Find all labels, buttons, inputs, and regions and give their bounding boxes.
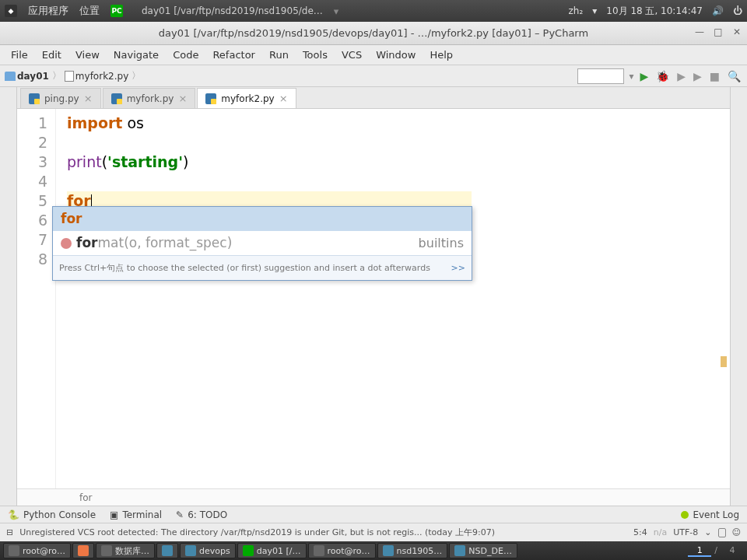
function-icon (61, 238, 72, 249)
firefox-icon (78, 545, 89, 556)
tab-ping[interactable]: ping.py × (20, 88, 101, 108)
volume-icon[interactable]: 🔊 (712, 5, 724, 16)
close-icon[interactable]: × (279, 93, 288, 104)
completion-item-for[interactable]: for (53, 207, 472, 231)
status-bar: ⊟ Unregistered VCS root detected: The di… (0, 523, 747, 541)
task-terminal2[interactable]: root@ro… (308, 543, 376, 558)
pycharm-icon (243, 545, 254, 556)
tab-label: ping.py (44, 93, 79, 104)
hector-icon[interactable]: ☺ (732, 527, 741, 537)
code-editor[interactable]: 1 2 3 4 5 6 7 8 import os print('startin… (17, 109, 730, 488)
menu-window[interactable]: Window (370, 47, 422, 63)
files-icon (185, 545, 196, 556)
close-icon[interactable]: × (84, 93, 93, 104)
code-area[interactable]: import os print('starting') for for form… (56, 109, 730, 488)
activities-icon[interactable]: ◆ (5, 5, 17, 17)
python-file-icon (111, 93, 122, 104)
search-everywhere-icon[interactable]: 🔍 (726, 70, 742, 82)
menu-applications[interactable]: 应用程序 (28, 4, 68, 18)
close-icon[interactable]: × (178, 93, 187, 104)
menu-vcs[interactable]: VCS (335, 47, 368, 63)
menu-code[interactable]: Code (167, 47, 205, 63)
tab-myfork[interactable]: myfork.py × (103, 88, 196, 108)
tool-window-bar: 🐍 Python Console ▣ Terminal ✎ 6: TODO Ev… (0, 506, 747, 523)
tool-terminal[interactable]: ▣ Terminal (110, 509, 162, 520)
task-devops[interactable]: devops (180, 543, 236, 558)
terminal-icon (9, 545, 19, 556)
power-icon[interactable]: ⏻ (733, 5, 742, 16)
line-separator[interactable]: n/a (654, 527, 667, 537)
terminal-icon (314, 545, 324, 556)
status-message-icon: ⊟ (6, 527, 13, 537)
error-stripe-mark[interactable] (721, 356, 727, 367)
right-tool-stripe[interactable] (730, 87, 747, 506)
files-icon (162, 545, 173, 556)
tool-todo[interactable]: ✎ 6: TODO (176, 509, 227, 520)
breadcrumb-file[interactable]: myfork2.py (75, 71, 128, 82)
menu-edit[interactable]: Edit (36, 47, 68, 63)
task-database[interactable]: 数据库… (96, 543, 155, 558)
maximize-button[interactable]: □ (713, 26, 724, 37)
task-pycharm[interactable]: day01 [/… (237, 543, 307, 558)
run-button[interactable]: ▶ (638, 70, 650, 82)
python-file-icon (29, 93, 40, 104)
menu-navigate[interactable]: Navigate (107, 47, 165, 63)
pycharm-icon[interactable]: PC (110, 5, 123, 17)
completion-origin: builtins (419, 233, 464, 253)
files-icon (454, 545, 465, 556)
active-window-title: day01 [/var/ftp/nsd2019/nsd1905/de… (142, 5, 323, 16)
tool-event-log[interactable]: Event Log (681, 509, 739, 520)
debug-button[interactable]: 🐞 (654, 70, 671, 82)
tab-label: myfork2.py (221, 93, 274, 104)
folder-icon (5, 72, 16, 81)
task-files3[interactable]: NSD_DE… (449, 543, 517, 558)
workspace-switcher[interactable]: 1 / 4 (688, 545, 744, 557)
completion-label: for (61, 209, 82, 229)
app-icon (101, 545, 112, 556)
status-message[interactable]: Unregistered VCS root detected: The dire… (19, 527, 627, 538)
task-terminal1[interactable]: root@ro… (3, 543, 71, 558)
editor-breadcrumb: for (17, 488, 730, 506)
completion-popup[interactable]: for format(o, format_spec) builtins Pres… (52, 206, 472, 281)
terminal-icon: ▣ (110, 509, 118, 520)
menu-tools[interactable]: Tools (296, 47, 334, 63)
profile-button[interactable]: ▶ (692, 70, 703, 82)
task-firefox[interactable] (72, 543, 94, 558)
run-config-combo[interactable] (577, 68, 624, 84)
editor-tabs: ping.py × myfork.py × myfork2.py × (17, 87, 730, 109)
line-numbers: 1 2 3 4 5 6 7 8 (17, 109, 56, 488)
input-method[interactable]: zh₂ (569, 5, 584, 16)
window-titlebar: day01 [/var/ftp/nsd2019/nsd1905/devops/d… (0, 22, 747, 45)
run-coverage-button[interactable]: ▶ (675, 70, 687, 82)
file-icon (65, 71, 74, 82)
task-files2[interactable]: nsd1905… (377, 543, 448, 558)
menu-help[interactable]: Help (423, 47, 459, 63)
breadcrumb-folder[interactable]: day01 (17, 71, 49, 82)
tool-python-console[interactable]: 🐍 Python Console (8, 509, 96, 520)
system-menubar: ◆ 应用程序 位置 PC day01 [/var/ftp/nsd2019/nsd… (0, 0, 747, 22)
minimize-button[interactable]: — (694, 26, 705, 37)
hint-more-link[interactable]: >> (451, 258, 465, 278)
left-tool-stripe[interactable] (0, 87, 17, 506)
breadcrumb[interactable]: day01 〉 myfork2.py 〉 (5, 69, 142, 82)
notification-dot-icon (681, 511, 689, 519)
task-files1[interactable] (156, 543, 178, 558)
file-encoding[interactable]: UTF-8 (673, 527, 698, 537)
clock[interactable]: 10月 18 五, 10:14:47 (606, 5, 703, 18)
menu-file[interactable]: File (5, 47, 34, 63)
menu-run[interactable]: Run (263, 47, 295, 63)
tab-myfork2[interactable]: myfork2.py × (197, 88, 296, 108)
stop-button[interactable]: ■ (708, 70, 721, 82)
completion-item-format[interactable]: format(o, format_spec) builtins (53, 231, 472, 255)
menu-places[interactable]: 位置 (79, 4, 100, 18)
python-icon: 🐍 (8, 509, 19, 520)
menu-refactor[interactable]: Refactor (206, 47, 261, 63)
caret-position[interactable]: 5:4 (633, 527, 647, 537)
lock-icon[interactable] (718, 528, 726, 537)
main-menu: File Edit View Navigate Code Refactor Ru… (0, 45, 747, 65)
close-button[interactable]: ✕ (731, 26, 742, 37)
desktop-taskbar: root@ro… 数据库… devops day01 [/… root@ro… … (0, 541, 747, 560)
completion-hint: Press Ctrl+句点 to choose the selected (or… (53, 255, 472, 280)
tab-label: myfork.py (127, 93, 174, 104)
menu-view[interactable]: View (69, 47, 106, 63)
